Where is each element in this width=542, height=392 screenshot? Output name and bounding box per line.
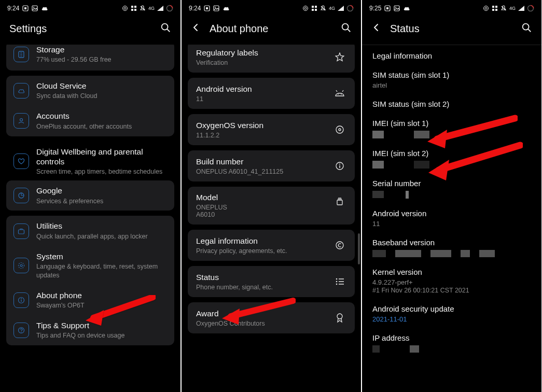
- tips-support-row[interactable]: Tips & Support Tips and FAQ on device us…: [6, 315, 174, 345]
- svg-rect-70: [492, 9, 494, 11]
- row-sub: Language & keyboard, time, reset, system…: [36, 262, 167, 280]
- android-version-item[interactable]: Android version 11: [362, 204, 541, 233]
- cloud-icon: [403, 6, 410, 11]
- row-sub: A6010: [196, 211, 326, 218]
- svg-line-41: [348, 29, 350, 32]
- sim-status-1-item[interactable]: SIM status (sim slot 1) airtel: [362, 65, 541, 94]
- svg-point-74: [523, 24, 529, 30]
- row-sub: Sync data with Cloud: [36, 92, 167, 101]
- utilities-row[interactable]: Utilities Quick launch, parallel apps, a…: [6, 216, 174, 246]
- heart-icon: [13, 153, 29, 169]
- oxygenos-version-row[interactable]: OxygenOS version 11.1.2.2: [188, 114, 355, 145]
- settings-screen: 9:24 4G Settings Storage: [0, 0, 180, 392]
- apps-icon: [131, 5, 137, 11]
- svg-point-46: [336, 126, 343, 133]
- apps-icon: [311, 5, 317, 11]
- status-icon-app1: [384, 5, 391, 11]
- row-title: Status: [196, 273, 326, 282]
- award-row[interactable]: Award OxygenOS Contributors: [188, 302, 355, 333]
- svg-point-57: [336, 281, 338, 283]
- star-icon: [333, 52, 346, 62]
- redacted-value: [372, 191, 531, 199]
- svg-rect-6: [131, 6, 133, 8]
- svg-rect-34: [312, 6, 314, 8]
- android-version-row[interactable]: Android version 11: [188, 78, 355, 109]
- row-sub: Privacy policy, agreements, etc.: [196, 247, 326, 255]
- digital-wellbeing-row[interactable]: Digital Wellbeing and parental controls …: [6, 142, 174, 181]
- info-icon: [13, 292, 29, 308]
- legal-information-item[interactable]: Legal information: [362, 46, 541, 65]
- system-row[interactable]: System Language & keyboard, time, reset,…: [6, 246, 174, 285]
- row-title: IMEI (sim slot 1): [372, 119, 531, 128]
- status-row[interactable]: Status Phone number, signal, etc.: [188, 266, 355, 297]
- storage-icon: [13, 47, 29, 62]
- row-title: SIM status (sim slot 2): [372, 100, 531, 108]
- search-icon[interactable]: [521, 22, 532, 35]
- row-sub: 2021-11-01: [372, 315, 531, 323]
- row-sub: OnePlus account, other accounts: [36, 122, 167, 131]
- google-row[interactable]: Google Services & preferences: [6, 180, 174, 211]
- question-icon: [13, 323, 29, 338]
- svg-line-43: [342, 90, 343, 92]
- signal-icon: [518, 6, 524, 11]
- security-update-item[interactable]: Android security update 2021-11-01: [362, 299, 541, 328]
- row-sub: Screen time, app timers, bedtime schedul…: [36, 167, 167, 176]
- legal-information-row[interactable]: Legal information Privacy policy, agreem…: [188, 230, 355, 261]
- search-icon[interactable]: [340, 22, 352, 35]
- award-icon: [333, 313, 346, 323]
- row-title: IP address: [372, 333, 531, 342]
- back-icon[interactable]: [191, 23, 200, 34]
- redacted-value: [372, 345, 531, 353]
- row-title: OxygenOS version: [196, 121, 326, 130]
- row-title: Build number: [196, 157, 326, 166]
- back-icon[interactable]: [371, 23, 381, 34]
- imei-2-item[interactable]: IMEI (sim slot 2): [362, 144, 541, 174]
- broadcast-icon: [122, 5, 128, 11]
- row-sub: Quick launch, parallel apps, app locker: [36, 232, 167, 241]
- info-icon: [333, 161, 346, 171]
- redacted-value: [372, 250, 531, 257]
- circle-dot-icon: [333, 125, 346, 134]
- row-sub: 11.1.2.2: [196, 132, 326, 139]
- network-type: 4G: [148, 6, 155, 11]
- svg-rect-1: [24, 7, 26, 9]
- imei-1-item[interactable]: IMEI (sim slot 1): [362, 114, 541, 144]
- status-screen: 9:25 4G Status Legal information: [361, 0, 541, 392]
- about-phone-row[interactable]: About phone Swayam's OP6T: [6, 285, 174, 315]
- build-number-row[interactable]: Build number ONEPLUS A6010_41_211125: [188, 150, 355, 181]
- baseband-version-item[interactable]: Baseband version: [362, 233, 541, 262]
- svg-point-47: [339, 129, 341, 131]
- row-sub: 11: [196, 95, 326, 103]
- cloud-icon: [13, 83, 29, 99]
- svg-point-27: [21, 332, 22, 333]
- ip-address-item[interactable]: IP address: [362, 328, 541, 358]
- svg-rect-68: [492, 6, 494, 8]
- search-icon[interactable]: [160, 22, 171, 35]
- status-bar: 9:25 4G: [362, 0, 541, 15]
- row-title: Legal information: [196, 236, 326, 246]
- model-row[interactable]: Model ONEPLUS A6010: [188, 187, 355, 225]
- row-title: Serial number: [372, 179, 531, 188]
- accounts-row[interactable]: Accounts OnePlus account, other accounts: [6, 106, 174, 136]
- row-sub: airtel: [372, 81, 531, 89]
- svg-rect-20: [19, 230, 24, 234]
- row-sub: Tips and FAQ on device usage: [36, 331, 167, 340]
- serial-number-item[interactable]: Serial number: [362, 174, 541, 204]
- svg-rect-63: [386, 7, 388, 9]
- network-type: 4G: [509, 6, 516, 11]
- svg-point-21: [20, 264, 22, 267]
- status-icon-app1: [204, 5, 210, 11]
- regulatory-labels-row[interactable]: Regulatory labels Verification: [188, 45, 355, 73]
- svg-point-55: [336, 278, 338, 280]
- svg-rect-51: [337, 200, 342, 205]
- storage-row[interactable]: Storage 77% used - 29.56 GB free: [6, 45, 174, 71]
- svg-point-18: [20, 119, 23, 121]
- svg-point-45: [341, 94, 342, 95]
- settings-list: Storage 77% used - 29.56 GB free Cloud S…: [0, 45, 180, 392]
- cloud-service-row[interactable]: Cloud Service Sync data with Cloud: [6, 76, 174, 106]
- sim-status-2-item[interactable]: SIM status (sim slot 2): [362, 94, 541, 114]
- svg-rect-37: [315, 9, 317, 11]
- scrollbar[interactable]: [358, 233, 360, 264]
- row-title: IMEI (sim slot 2): [372, 149, 531, 158]
- kernel-version-item[interactable]: Kernel version 4.9.227-perf+ #1 Fri Nov …: [362, 262, 541, 299]
